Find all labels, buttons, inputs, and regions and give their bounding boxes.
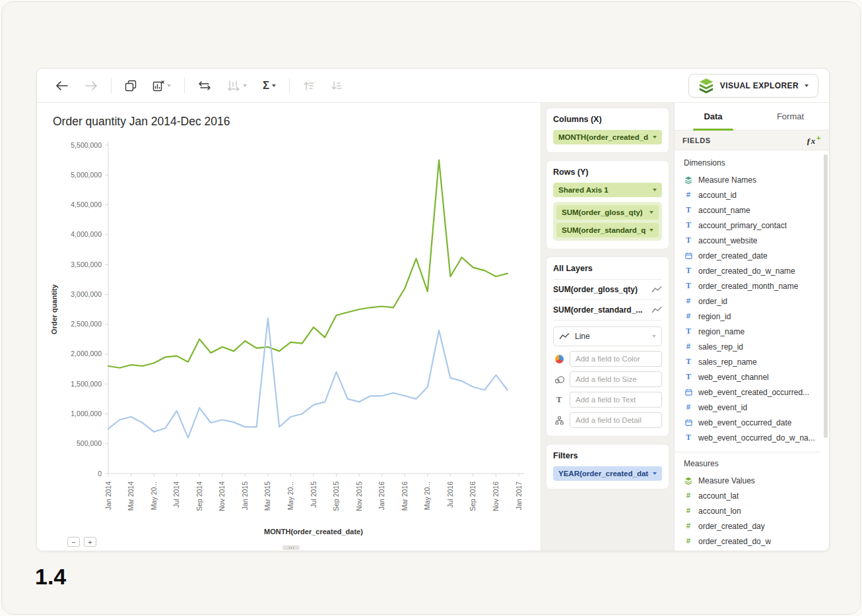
svg-text:Sep 2016: Sep 2016 — [469, 481, 477, 511]
field-item[interactable]: # region_id — [684, 309, 820, 324]
filter-pill-label: YEAR(order_created_date) — [558, 470, 649, 477]
clear-chart-button[interactable] — [149, 77, 175, 94]
toolbar-divider — [111, 78, 112, 94]
desktop-background: Σ VISUAL EXPLORER Order quantity Jan 201… — [1, 1, 861, 615]
tab-format[interactable]: Format — [752, 103, 829, 130]
field-item[interactable]: # order_id — [684, 293, 820, 309]
visual-explorer-menu-button[interactable]: VISUAL EXPLORER — [688, 74, 818, 98]
encoding-field-input[interactable] — [570, 351, 662, 367]
field-item[interactable]: T sales_rep_name — [684, 354, 820, 369]
measures-divider — [675, 452, 820, 452]
forward-icon — [84, 80, 98, 91]
svg-text:Jan 2017: Jan 2017 — [515, 481, 523, 510]
field-type-icon — [684, 419, 693, 426]
zoom-in-button[interactable]: + — [84, 537, 96, 547]
svg-text:Mar 2016: Mar 2016 — [401, 481, 409, 511]
field-item[interactable]: T account_name — [684, 202, 820, 218]
field-pill[interactable]: SUM(order_standard_qty) — [556, 223, 659, 237]
field-name: order_created_date — [698, 251, 768, 261]
forward-button[interactable] — [81, 78, 102, 94]
field-item[interactable]: Measure Values — [684, 473, 820, 488]
field-type-icon: # — [684, 538, 693, 545]
field-item[interactable]: T order_created_month_name — [684, 278, 820, 293]
swap-axes-button[interactable] — [194, 77, 215, 94]
line-chart-icon — [651, 286, 662, 293]
svg-text:Jan 2016: Jan 2016 — [378, 481, 385, 510]
svg-text:Sep 2015: Sep 2015 — [332, 481, 340, 511]
svg-text:5,500,000: 5,500,000 — [71, 141, 102, 149]
svg-text:Sep 2014: Sep 2014 — [195, 481, 203, 511]
aggregate-button[interactable]: Σ — [259, 77, 280, 94]
tab-data[interactable]: Data — [675, 103, 752, 130]
field-item[interactable]: # web_event_id — [684, 400, 820, 415]
filters-pill-list: YEAR(order_created_date) — [553, 466, 662, 481]
sort-descending-button[interactable] — [327, 78, 347, 94]
field-name: order_created_do_w — [698, 537, 771, 546]
shared-axis-pill[interactable]: Shared Axis 1 — [553, 183, 662, 197]
layer-row[interactable]: SUM(order_standard_... — [553, 300, 662, 321]
zoom-out-button[interactable]: − — [67, 537, 80, 547]
field-item[interactable]: # order_created_do_w — [684, 534, 820, 549]
sort-ascending-button[interactable] — [299, 78, 319, 94]
field-type-icon — [684, 176, 693, 184]
add-calculated-field-button[interactable]: ƒx+ — [807, 134, 821, 146]
encoding-field-input[interactable] — [570, 392, 662, 408]
field-pill[interactable]: SUM(order_gloss_qty) — [556, 205, 659, 220]
field-name: account_name — [698, 206, 750, 215]
svg-text:May 20...: May 20... — [423, 481, 431, 510]
field-item[interactable]: T region_name — [684, 324, 820, 339]
field-item[interactable]: # account_lon — [684, 503, 820, 518]
encoding-list: T — [553, 351, 662, 428]
chevron-down-icon — [649, 229, 653, 231]
fit-axes-button[interactable] — [223, 77, 251, 94]
field-type-icon: T — [684, 222, 693, 230]
chevron-down-icon — [653, 136, 657, 139]
field-item[interactable]: T web_event_occurred_do_w_na... — [684, 430, 820, 445]
field-name: account_lat — [698, 491, 739, 501]
encoding-field-input[interactable] — [570, 412, 662, 428]
field-type-icon — [684, 388, 693, 396]
chart-svg[interactable]: 0500,0001,000,0001,500,0002,000,0002,500… — [45, 136, 541, 539]
field-item[interactable]: T account_primary_contact — [684, 218, 820, 233]
sort-ascending-icon — [303, 80, 315, 91]
horizontal-scroll-handle[interactable] — [282, 545, 300, 550]
svg-text:Nov 2015: Nov 2015 — [355, 481, 363, 511]
svg-text:2,500,000: 2,500,000 — [71, 320, 102, 328]
fields-header: FIELDS ƒx+ — [675, 131, 829, 150]
field-name: web_event_channel — [698, 373, 769, 382]
field-item[interactable]: T order_created_do_w_name — [684, 263, 820, 278]
field-name: account_id — [698, 191, 737, 200]
field-item[interactable]: T account_website — [684, 233, 820, 248]
mark-type-select[interactable]: Line — [553, 326, 662, 346]
back-button[interactable] — [51, 78, 73, 94]
duplicate-chart-button[interactable] — [121, 77, 141, 94]
field-pill-label: SUM(order_gloss_qty) — [562, 208, 643, 216]
field-pill[interactable]: MONTH(order_created_d... — [553, 130, 662, 144]
encoding-field-input[interactable] — [570, 371, 662, 387]
field-item[interactable]: # account_id — [684, 187, 820, 202]
fields-scrollbar[interactable] — [824, 154, 828, 438]
field-item[interactable]: web_event_created_occurred... — [684, 385, 820, 400]
swap-axes-icon — [198, 80, 211, 92]
chevron-down-icon — [653, 189, 657, 191]
field-item[interactable]: T web_event_channel — [684, 369, 820, 385]
chevron-down-icon — [649, 211, 653, 214]
filter-pill[interactable]: YEAR(order_created_date) — [553, 466, 662, 481]
toolbar: Σ VISUAL EXPLORER — [37, 69, 829, 103]
field-item[interactable]: Measure Names — [684, 172, 820, 187]
field-name: web_event_id — [698, 403, 747, 412]
field-pill-label: SUM(order_standard_qty) — [562, 226, 646, 234]
svg-text:3,000,000: 3,000,000 — [71, 290, 102, 298]
field-item[interactable]: # order_created_month — [684, 549, 820, 551]
fields-list: Dimensions Measure Names # account_id — [675, 150, 829, 551]
field-item[interactable]: web_event_occurred_date — [684, 415, 820, 430]
svg-text:MONTH(order_created_date): MONTH(order_created_date) — [264, 528, 363, 536]
field-item[interactable]: # order_created_day — [684, 518, 820, 534]
field-item[interactable]: # sales_rep_id — [684, 339, 820, 354]
field-name: Measure Names — [698, 175, 756, 185]
field-item[interactable]: # account_lat — [684, 488, 820, 503]
field-item[interactable]: order_created_date — [684, 248, 820, 263]
layer-row[interactable]: SUM(order_gloss_qty) — [553, 280, 662, 300]
field-type-icon: T — [684, 328, 693, 336]
visual-explorer-logo — [698, 77, 714, 94]
